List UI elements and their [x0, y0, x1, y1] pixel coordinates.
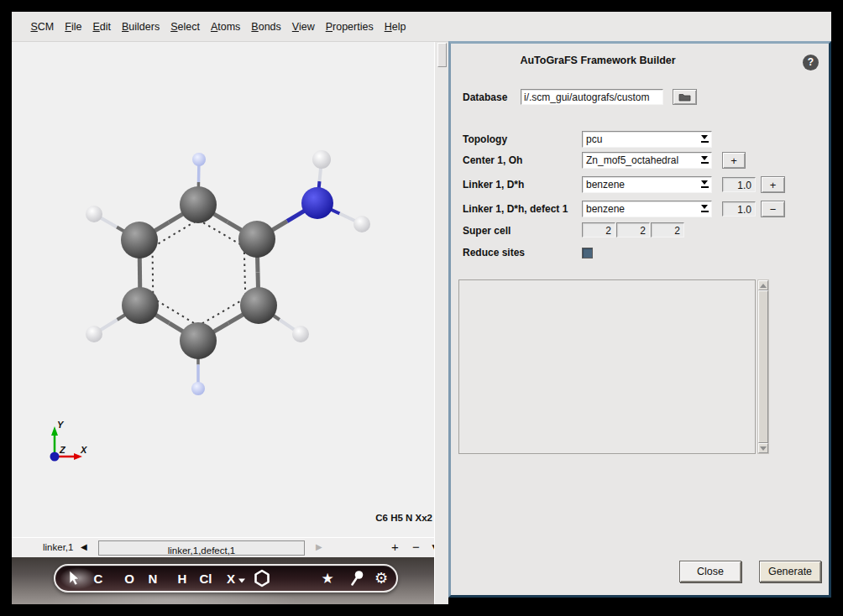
- probe-tool-icon[interactable]: [349, 571, 364, 587]
- tab-linker1[interactable]: linker,1: [43, 538, 73, 556]
- generate-button[interactable]: Generate: [759, 561, 821, 582]
- supercell-label: Super cell: [463, 222, 511, 239]
- tab-next-icon: ▶: [316, 538, 322, 556]
- defect1-combobox[interactable]: benzene: [582, 201, 712, 217]
- scroll-down-icon[interactable]: [758, 443, 768, 453]
- linker1-add-button[interactable]: +: [761, 176, 785, 193]
- axis-x-label: X: [80, 445, 87, 455]
- menu-help[interactable]: Help: [379, 21, 411, 33]
- linker1-value: benzene: [586, 179, 625, 191]
- axis-z-dot: [50, 452, 60, 462]
- combo-arrow-icon[interactable]: [700, 205, 709, 212]
- database-label: Database: [463, 89, 507, 106]
- defect1-value: benzene: [586, 203, 625, 215]
- molecule-viewport[interactable]: Y X Z C6 H5 N Xx2: [12, 42, 434, 537]
- element-cl-button[interactable]: Cl: [200, 572, 212, 585]
- menu-view[interactable]: View: [286, 21, 320, 33]
- panel-title: AuToGraFS Framework Builder: [451, 55, 745, 66]
- menu-atoms[interactable]: Atoms: [205, 21, 245, 33]
- star-icon[interactable]: ★: [321, 572, 333, 586]
- chemical-formula: C6 H5 N Xx2: [375, 513, 432, 523]
- topology-label: Topology: [463, 131, 507, 148]
- atom-toolbar: C O N H Cl X ★ ⚙: [54, 564, 398, 593]
- menu-builders[interactable]: Builders: [117, 21, 165, 33]
- center1-add-button[interactable]: +: [722, 152, 746, 169]
- gear-icon[interactable]: ⚙: [374, 571, 388, 586]
- tab-prev-icon[interactable]: ◀: [81, 538, 87, 556]
- axis-gizmo: Y X Z: [34, 416, 101, 470]
- panel-splitter[interactable]: [434, 42, 448, 604]
- menu-bonds[interactable]: Bonds: [246, 21, 286, 33]
- output-textarea[interactable]: [458, 279, 756, 454]
- defect1-remove-button[interactable]: −: [761, 201, 785, 217]
- defect1-amount-input[interactable]: 1.0: [722, 201, 756, 217]
- menu-file[interactable]: File: [60, 21, 87, 33]
- framework-builder-panel: AuToGraFS Framework Builder ? Database i…: [448, 41, 831, 598]
- combo-arrow-icon[interactable]: [700, 135, 709, 143]
- molecule-tabbar: linker,1 ◀ linker,1,defect,1 ▶ + − ▼: [12, 537, 434, 557]
- scrollbar-thumb[interactable]: [758, 290, 768, 443]
- element-h-button[interactable]: H: [178, 572, 187, 585]
- element-x-button[interactable]: X: [227, 572, 235, 585]
- help-button[interactable]: ?: [803, 55, 819, 70]
- toolbar-band: C O N H Cl X ★ ⚙: [12, 557, 434, 604]
- supercell-z-input[interactable]: 2: [651, 222, 684, 238]
- scroll-up-icon[interactable]: [758, 280, 768, 290]
- reduce-sites-label: Reduce sites: [463, 244, 525, 261]
- ring-tool-icon[interactable]: [254, 569, 270, 587]
- linker1-combobox[interactable]: benzene: [582, 176, 712, 193]
- linker1-amount-input[interactable]: 1.0: [722, 177, 756, 192]
- close-button[interactable]: Close: [679, 561, 741, 582]
- supercell-y-input[interactable]: 2: [616, 222, 650, 238]
- combo-arrow-icon[interactable]: [700, 156, 709, 164]
- linker1-label: Linker 1, D*h: [463, 176, 524, 193]
- browse-folder-button[interactable]: [673, 89, 697, 105]
- pointer-tool-icon[interactable]: [69, 572, 81, 586]
- menubar: SCM File Edit Builders Select Atoms Bond…: [12, 12, 831, 42]
- menu-properties[interactable]: Properties: [320, 21, 379, 33]
- topology-combobox[interactable]: pcu: [582, 131, 712, 148]
- menu-scm[interactable]: SCM: [25, 21, 60, 33]
- supercell-x-input[interactable]: 2: [582, 222, 615, 238]
- splitter-grip[interactable]: [437, 43, 447, 67]
- element-c-button[interactable]: C: [94, 572, 103, 585]
- database-input[interactable]: i/.scm_gui/autografs/custom: [521, 89, 663, 105]
- element-o-button[interactable]: O: [124, 572, 134, 585]
- menu-select[interactable]: Select: [165, 21, 206, 33]
- element-dropdown-icon[interactable]: [238, 579, 245, 583]
- topology-value: pcu: [586, 133, 602, 145]
- center1-value: Zn_mof5_octahedral: [586, 154, 678, 166]
- axis-z-label: Z: [59, 445, 66, 455]
- reduce-sites-checkbox[interactable]: [582, 248, 593, 258]
- element-n-button[interactable]: N: [149, 572, 158, 585]
- center1-label: Center 1, Oh: [463, 152, 522, 169]
- tab-active[interactable]: linker,1,defect,1: [98, 540, 305, 556]
- tab-add-button[interactable]: +: [391, 538, 399, 556]
- defect1-label: Linker 1, D*h, defect 1: [463, 201, 568, 217]
- app-window: SCM File Edit Builders Select Atoms Bond…: [12, 12, 831, 604]
- menu-edit[interactable]: Edit: [87, 21, 117, 33]
- output-scrollbar[interactable]: [757, 279, 769, 454]
- tab-remove-button[interactable]: −: [412, 538, 420, 556]
- combo-arrow-icon[interactable]: [700, 180, 709, 188]
- axis-y-label: Y: [57, 420, 65, 430]
- center1-combobox[interactable]: Zn_mof5_octahedral: [582, 152, 712, 169]
- folder-icon: [678, 92, 691, 102]
